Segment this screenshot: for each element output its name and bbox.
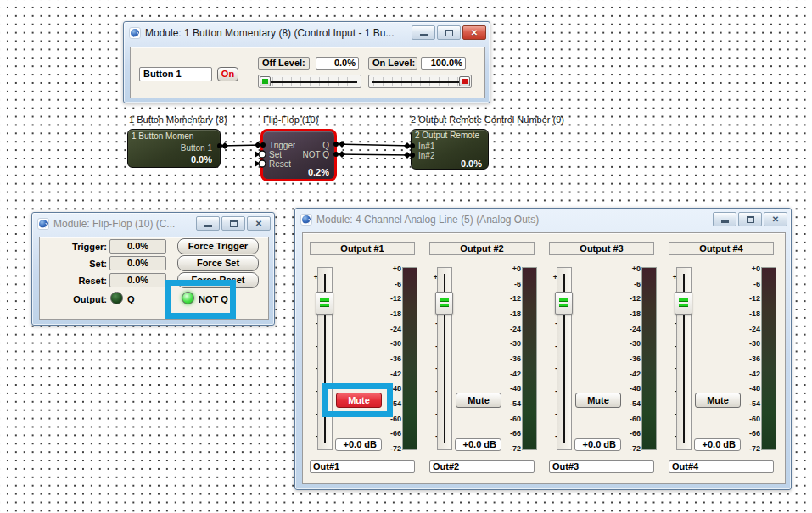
- mute-button[interactable]: Mute: [695, 393, 741, 408]
- app-icon: [129, 27, 141, 39]
- meter-scale-label: -6: [499, 279, 521, 289]
- meter-scale-label: -24: [379, 324, 401, 334]
- block-title: 2 Output Remote: [415, 131, 487, 140]
- meter-scale-label: -36: [619, 354, 641, 364]
- meter-scale-label: -60: [499, 414, 521, 424]
- meter-scale-label: -36: [738, 354, 760, 364]
- minimize-button[interactable]: [196, 216, 220, 231]
- meter-scale-label: -66: [499, 428, 521, 438]
- set-value[interactable]: 0.0%: [109, 256, 166, 270]
- channel-header: Output #1: [310, 242, 415, 255]
- meter-scale-label: -36: [499, 354, 521, 364]
- off-level-slider-thumb[interactable]: [260, 76, 271, 86]
- output-meter: [761, 267, 776, 450]
- force-trigger-button[interactable]: Force Trigger: [177, 238, 259, 254]
- meter-scale-label: -18: [619, 309, 641, 319]
- close-icon: ✕: [255, 220, 262, 228]
- meter-scale-label: +0: [379, 264, 401, 274]
- off-level-value[interactable]: 0.0%: [316, 57, 359, 70]
- diagram-label-momentary: 1 Button Momentary (8): [129, 114, 227, 125]
- button-name-field[interactable]: Button 1: [139, 67, 212, 81]
- channel-name-field[interactable]: Out#3: [549, 460, 654, 473]
- window-button-momentary: Module: 1 Button Momentary (8) (Control …: [123, 21, 490, 103]
- meter-scale-label: -12: [499, 293, 521, 304]
- fader-thumb[interactable]: [316, 292, 333, 315]
- channel-name-field[interactable]: Out#2: [429, 460, 535, 473]
- q-led[interactable]: [110, 292, 123, 304]
- titlebar[interactable]: Module: Flip-Flop (10) (C... ✕: [35, 215, 272, 232]
- on-level-slider-thumb[interactable]: [459, 76, 470, 86]
- on-level-slider[interactable]: [368, 75, 472, 88]
- minimize-icon: [420, 34, 428, 36]
- output-label: Output:: [41, 294, 107, 304]
- close-icon: ✕: [471, 29, 478, 37]
- mute-button[interactable]: Mute: [456, 393, 501, 408]
- on-level-value[interactable]: 100.0%: [421, 57, 466, 70]
- meter-scale-label: -24: [619, 324, 641, 334]
- channel-name-field[interactable]: Out#1: [310, 460, 415, 473]
- window-title: Module: Flip-Flop (10) (C...: [53, 218, 196, 230]
- diagram-block-momentary[interactable]: 1 Button Momen Button 1 0.0%: [127, 129, 221, 168]
- fader-thumb[interactable]: [555, 292, 573, 315]
- diagram-block-remote[interactable]: 2 Output Remote In#1 In#2 0.0%: [411, 129, 489, 170]
- meter-scale-label: -54: [499, 399, 521, 409]
- meter-scale-label: -18: [738, 309, 760, 319]
- output-meter: [522, 267, 537, 450]
- minimize-icon: [204, 225, 212, 227]
- block-input-label: In#1: [418, 142, 434, 151]
- reset-value[interactable]: 0.0%: [109, 273, 166, 287]
- meter-scale-label: -24: [499, 324, 521, 334]
- channel-strip-2: Output #2+12+0-12-24-36-48-60-72+0-6-12-…: [426, 209, 546, 488]
- meter-scale-label: -60: [619, 414, 641, 424]
- gain-value[interactable]: +0.0 dB: [694, 438, 741, 451]
- window-title: Module: 1 Button Momentary (8) (Control …: [145, 27, 412, 39]
- close-button[interactable]: ✕: [247, 216, 271, 231]
- maximize-button[interactable]: [437, 25, 461, 40]
- block-title: 1 Button Momen: [132, 131, 218, 141]
- block-input-label: In#2: [418, 151, 434, 160]
- window-flipflop: Module: Flip-Flop (10) (C... ✕ Trigger: …: [31, 212, 275, 326]
- close-button[interactable]: ✕: [462, 25, 486, 40]
- minimize-button[interactable]: [412, 25, 435, 40]
- channel-name-field[interactable]: Out#4: [669, 460, 774, 473]
- fader-thumb[interactable]: [435, 292, 453, 315]
- block-input-label: Trigger: [269, 141, 295, 150]
- off-level-slider[interactable]: [258, 75, 361, 88]
- fader-thumb[interactable]: [675, 292, 692, 315]
- maximize-button[interactable]: [221, 216, 245, 231]
- titlebar[interactable]: Module: 1 Button Momentary (8) (Control …: [126, 24, 487, 42]
- meter-scale-label: -60: [738, 414, 760, 424]
- q-label: Q: [127, 294, 135, 304]
- meter-scale-label: -12: [379, 293, 401, 304]
- trigger-value[interactable]: 0.0%: [109, 239, 166, 254]
- block-input-label: Reset: [269, 159, 291, 169]
- meter-scale-label: -42: [499, 369, 521, 379]
- block-value: 0.0%: [128, 154, 212, 164]
- meter-scale-label: -6: [738, 279, 760, 289]
- reset-label: Reset:: [41, 276, 107, 286]
- meter-scale-label: -30: [379, 338, 401, 349]
- gain-value[interactable]: +0.0 dB: [574, 438, 621, 451]
- meter-scale-label: -66: [379, 428, 401, 438]
- meter-scale-label: -42: [738, 369, 760, 379]
- gain-value[interactable]: +0.0 dB: [335, 438, 382, 451]
- gain-value[interactable]: +0.0 dB: [455, 438, 501, 451]
- meter-scale-label: -12: [619, 293, 641, 304]
- set-label: Set:: [41, 259, 107, 269]
- meter-scale-label: -30: [619, 338, 641, 349]
- highlight-box-mute: [322, 383, 393, 417]
- diagram-block-flipflop[interactable]: Trigger Set Reset Q NOT Q 0.2%: [260, 129, 337, 181]
- block-input-label: Set: [269, 150, 282, 159]
- block-value: 0.0%: [461, 159, 482, 169]
- on-button[interactable]: On: [217, 67, 238, 81]
- force-set-button[interactable]: Force Set: [177, 255, 259, 271]
- meter-scale-label: -48: [738, 383, 760, 393]
- channel-strip-4: Output #4+12+0-12-24-36-48-60-72+0-6-12-…: [665, 209, 785, 488]
- channel-header: Output #4: [669, 242, 774, 255]
- maximize-icon: [445, 30, 453, 36]
- maximize-icon: [230, 220, 238, 227]
- meter-scale-label: -18: [379, 309, 401, 319]
- mute-button[interactable]: Mute: [575, 393, 621, 408]
- meter-scale-label: -72: [379, 443, 401, 454]
- meter-scale-label: -42: [379, 369, 401, 379]
